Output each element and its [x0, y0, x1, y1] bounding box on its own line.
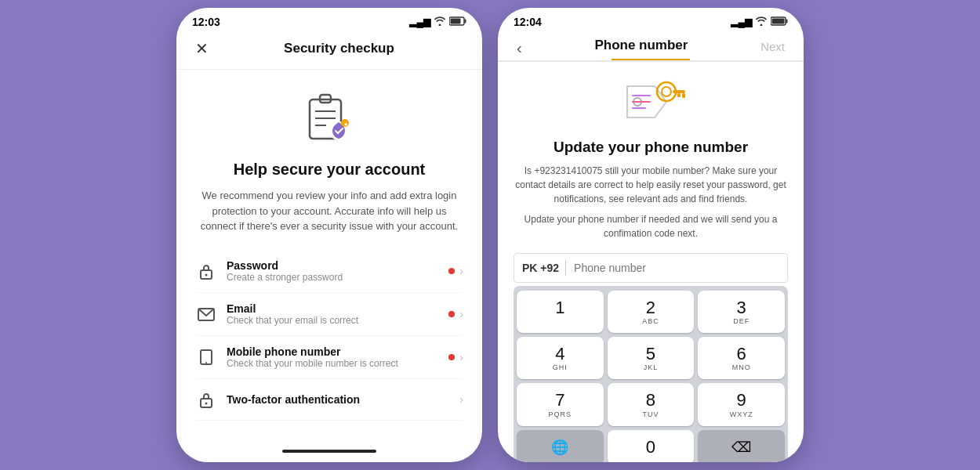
- left-phone: 12:03 ▂▄▆ ✕ Security checkup: [176, 8, 482, 462]
- key-3[interactable]: 3 DEF: [698, 291, 785, 333]
- phone-number-input[interactable]: [574, 262, 779, 274]
- key-9-num: 9: [737, 391, 746, 410]
- left-description: We recommend you review your info and ad…: [195, 188, 463, 234]
- twofa-text: Two-factor authentication: [227, 393, 459, 406]
- svg-rect-1: [465, 19, 466, 23]
- right-description1: Is +923231410075 still your mobile numbe…: [514, 164, 788, 206]
- twofa-icon: [195, 389, 217, 410]
- nav-title-left: Security checkup: [212, 41, 466, 56]
- svg-rect-2: [451, 18, 461, 24]
- signal-icon-left: ▂▄▆: [409, 16, 430, 27]
- key-2-letters: ABC: [642, 317, 659, 325]
- email-dot: [448, 311, 455, 317]
- status-bar-right: 12:04 ▂▄▆: [498, 8, 804, 31]
- content-left: ★ Help secure your account We recommend …: [176, 70, 482, 440]
- twofa-right: ›: [459, 393, 463, 406]
- nav-underline: [612, 59, 690, 60]
- lock-icon: [195, 260, 217, 282]
- key-0-num: 0: [646, 438, 655, 457]
- wifi-icon-left: [434, 16, 446, 28]
- email-icon: [195, 303, 217, 325]
- country-code: PK +92: [522, 262, 559, 274]
- svg-point-14: [205, 362, 207, 363]
- svg-rect-18: [786, 19, 788, 23]
- password-text: Password Create a stronger password: [227, 259, 448, 283]
- input-divider: [565, 260, 566, 276]
- svg-point-22: [662, 87, 671, 96]
- email-right: ›: [448, 308, 463, 320]
- key-2-num: 2: [646, 298, 655, 317]
- key-3-num: 3: [737, 298, 746, 317]
- content-right: Update your phone number Is +92323141007…: [498, 62, 804, 462]
- menu-item-password[interactable]: Password Create a stronger password ›: [195, 250, 463, 293]
- close-button[interactable]: ✕: [192, 36, 212, 61]
- key-1[interactable]: 1: [517, 291, 604, 333]
- password-dot: [448, 268, 455, 274]
- twofa-title: Two-factor authentication: [227, 393, 459, 406]
- key-7[interactable]: 7 PQRS: [517, 383, 604, 425]
- phone-title: Mobile phone number: [227, 345, 448, 358]
- key-globe[interactable]: 🌐: [517, 430, 604, 462]
- password-right: ›: [448, 265, 463, 277]
- home-indicator-left: [176, 440, 482, 462]
- svg-rect-24: [682, 93, 685, 98]
- key-6[interactable]: 6 MNO: [698, 337, 785, 379]
- clipboard-icon-area: ★: [195, 85, 463, 148]
- phone-chevron: ›: [459, 351, 463, 363]
- time-right: 12:04: [514, 16, 542, 28]
- nav-bar-right: ‹ Phone number Next: [498, 31, 804, 62]
- globe-icon: 🌐: [551, 439, 568, 456]
- key-5-num: 5: [646, 345, 655, 363]
- key-4-letters: GHI: [553, 363, 568, 371]
- menu-item-phone[interactable]: Mobile phone number Check that your mobi…: [195, 336, 463, 379]
- status-bar-left: 12:03 ▂▄▆: [176, 8, 482, 31]
- right-heading: Update your phone number: [514, 139, 788, 156]
- keypad: 1 2 ABC 3 DEF 4 GHI 5 JKL: [514, 286, 788, 462]
- next-button[interactable]: Next: [757, 37, 788, 60]
- signal-icon-right: ▂▄▆: [731, 16, 752, 27]
- key-8[interactable]: 8 TUV: [608, 383, 695, 425]
- email-text: Email Check that your email is correct: [227, 302, 448, 326]
- key-9-letters: WXYZ: [730, 410, 753, 418]
- svg-text:★: ★: [343, 121, 348, 127]
- key-0[interactable]: 0: [608, 430, 695, 462]
- twofa-chevron: ›: [459, 393, 463, 406]
- key-3-letters: DEF: [733, 317, 750, 325]
- key-1-num: 1: [555, 298, 564, 317]
- back-button[interactable]: ‹: [514, 36, 525, 60]
- time-left: 12:03: [192, 16, 220, 28]
- svg-point-12: [205, 273, 208, 276]
- status-icons-left: ▂▄▆: [409, 16, 466, 28]
- wifi-icon-right: [755, 16, 768, 28]
- password-subtitle: Create a stronger password: [227, 272, 448, 283]
- key-8-letters: TUV: [642, 410, 659, 418]
- nav-bar-left: ✕ Security checkup: [176, 31, 482, 70]
- key-4[interactable]: 4 GHI: [517, 337, 604, 379]
- phone-input-row[interactable]: PK +92: [514, 253, 788, 283]
- phone-subtitle: Check that your mobile number is correct: [227, 358, 448, 369]
- key-1-letters: [559, 317, 562, 325]
- menu-item-email[interactable]: Email Check that your email is correct ›: [195, 293, 463, 336]
- svg-rect-19: [772, 18, 785, 24]
- menu-item-2fa[interactable]: Two-factor authentication ›: [195, 379, 463, 421]
- key-2[interactable]: 2 ABC: [608, 291, 695, 333]
- phone-icon: [195, 346, 217, 368]
- key-icon-area: [514, 74, 788, 129]
- key-5[interactable]: 5 JKL: [608, 337, 695, 379]
- email-chevron: ›: [459, 308, 463, 320]
- key-delete[interactable]: ⌫: [698, 430, 785, 462]
- password-chevron: ›: [459, 265, 463, 277]
- key-9[interactable]: 9 WXYZ: [698, 383, 785, 425]
- key-7-letters: PQRS: [549, 410, 572, 418]
- phone-text: Mobile phone number Check that your mobi…: [227, 345, 448, 369]
- email-subtitle: Check that your email is correct: [227, 315, 448, 326]
- left-heading: Help secure your account: [195, 161, 463, 179]
- right-description2: Update your phone number if needed and w…: [514, 212, 788, 240]
- key-5-letters: JKL: [644, 363, 659, 371]
- key-7-num: 7: [555, 391, 564, 410]
- key-4-num: 4: [555, 345, 564, 363]
- key-6-num: 6: [737, 345, 746, 363]
- status-icons-right: ▂▄▆: [731, 16, 788, 28]
- password-title: Password: [227, 259, 448, 272]
- svg-rect-23: [673, 90, 685, 93]
